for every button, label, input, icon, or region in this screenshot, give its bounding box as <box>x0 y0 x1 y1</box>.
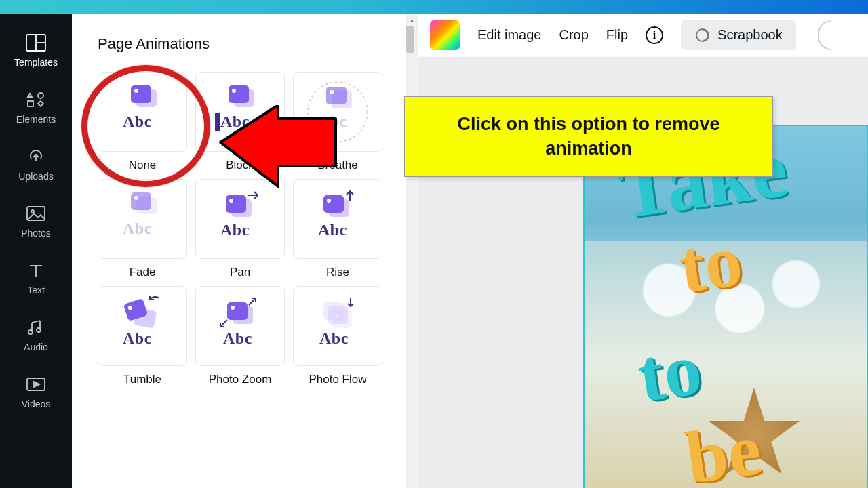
animation-label: None <box>129 159 157 172</box>
videos-icon <box>26 374 46 394</box>
animation-tile-fade[interactable]: Abc <box>98 179 187 259</box>
audio-icon <box>26 317 45 338</box>
rail-uploads[interactable]: Uploads <box>0 137 72 194</box>
animation-label: Rise <box>326 266 349 279</box>
window-titlebar <box>0 0 868 14</box>
animation-label: Block <box>226 159 254 172</box>
animation-tile-tumble[interactable]: Abc <box>98 286 187 366</box>
rail-label: Videos <box>22 399 51 409</box>
crop-button[interactable]: Crop <box>559 27 589 43</box>
animation-label: Tumble <box>123 373 161 386</box>
animation-tile-pan[interactable]: Abc <box>195 179 285 259</box>
canvas[interactable]: Take to to be <box>418 57 868 488</box>
animation-label: Photo Flow <box>309 373 366 386</box>
sample-text: Abc <box>223 329 252 348</box>
uploads-icon <box>26 146 46 167</box>
sample-text: Abc <box>318 221 347 239</box>
color-swatch[interactable] <box>430 20 460 50</box>
design-text-2: to <box>674 217 747 311</box>
animation-tile-breathe[interactable]: Abc <box>293 72 382 152</box>
animation-cell-rise: Abc Rise <box>293 179 382 279</box>
photos-icon <box>26 203 46 224</box>
toolbar-overflow-icon[interactable] <box>818 20 831 50</box>
sample-text: Abc <box>318 113 347 131</box>
scrapbook-icon <box>694 27 711 43</box>
rail-elements[interactable]: Elements <box>0 80 72 137</box>
animation-cell-breathe: Abc Breathe <box>293 72 382 172</box>
animation-tile-photo-zoom[interactable]: Abc <box>195 286 285 366</box>
animation-tile-block[interactable]: Abc <box>195 72 285 152</box>
scroll-up-icon[interactable]: ▴ <box>406 14 418 26</box>
animation-cell-block: Abc Block <box>195 72 285 172</box>
animation-cell-photo-zoom: Abc Photo Zoom <box>195 286 285 386</box>
rail-templates[interactable]: Templates <box>0 23 72 80</box>
app-frame: Templates Elements Uploads Photos Text <box>0 14 868 488</box>
templates-icon <box>26 33 46 53</box>
editor-area: Edit image Crop Flip i Scrapbook Take to… <box>418 14 868 488</box>
animation-label: Pan <box>230 266 250 279</box>
elements-icon <box>26 89 46 110</box>
sample-text: Abc <box>220 221 250 239</box>
svg-rect-4 <box>28 101 33 106</box>
animations-panel: Page Animations Abc None Abc <box>72 14 406 488</box>
rail-label: Photos <box>21 228 51 239</box>
panel-title: Page Animations <box>98 35 380 53</box>
animation-cell-photo-flow: Abc Photo Flow <box>293 286 382 386</box>
sample-text: Abc <box>220 113 250 131</box>
sample-text: Abc <box>123 113 152 131</box>
text-icon <box>27 260 45 281</box>
rail-text[interactable]: Text <box>0 251 72 308</box>
rail-label: Audio <box>24 342 48 352</box>
sample-text: Abc <box>123 329 152 348</box>
animation-cell-pan: Abc Pan <box>195 179 285 279</box>
info-icon[interactable]: i <box>646 26 663 44</box>
animation-label: Breathe <box>317 159 358 172</box>
design-text-4: be <box>681 406 767 488</box>
panel-scrollbar[interactable]: ▴ <box>406 14 418 488</box>
svg-point-6 <box>31 210 34 213</box>
rail-label: Elements <box>16 114 56 125</box>
flip-button[interactable]: Flip <box>606 27 628 43</box>
animation-tile-photo-flow[interactable]: Abc <box>293 286 382 366</box>
effect-pill-button[interactable]: Scrapbook <box>681 20 796 50</box>
sample-text: Abc <box>319 329 349 348</box>
rail-label: Templates <box>14 57 58 68</box>
rail-label: Uploads <box>18 171 53 182</box>
svg-point-3 <box>38 93 43 98</box>
rail-audio[interactable]: Audio <box>0 308 72 365</box>
animation-cell-fade: Abc Fade <box>98 179 187 279</box>
animation-label: Photo Zoom <box>209 373 272 386</box>
animation-tile-rise[interactable]: Abc <box>293 179 382 259</box>
animation-cell-tumble: Abc Tumble <box>98 286 187 386</box>
context-toolbar: Edit image Crop Flip i Scrapbook <box>418 14 868 57</box>
sample-text: Abc <box>123 220 152 238</box>
rail-photos[interactable]: Photos <box>0 194 72 251</box>
animation-tile-none[interactable]: Abc <box>98 72 187 152</box>
rail-videos[interactable]: Videos <box>0 365 72 422</box>
design-text-1: Take <box>613 121 793 237</box>
design-page[interactable]: Take to to be <box>583 125 868 488</box>
animations-grid: Abc None Abc Block <box>98 72 380 386</box>
animation-cell-none: Abc None <box>98 72 187 172</box>
side-rail: Templates Elements Uploads Photos Text <box>0 14 72 488</box>
edit-image-button[interactable]: Edit image <box>477 27 542 43</box>
animation-label: Fade <box>130 266 156 279</box>
design-text-3: to <box>633 325 707 420</box>
scroll-thumb[interactable] <box>406 26 414 53</box>
effect-pill-label: Scrapbook <box>717 27 783 43</box>
rail-label: Text <box>27 285 45 296</box>
